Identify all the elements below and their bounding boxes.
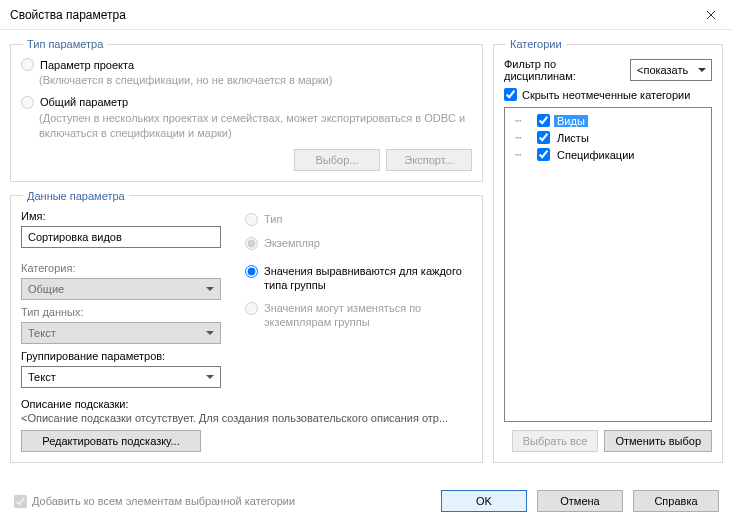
categories-legend: Категории xyxy=(506,38,566,50)
titlebar: Свойства параметра xyxy=(0,0,733,30)
tree-checkbox[interactable] xyxy=(537,148,550,161)
align-byinstance-option[interactable]: Значения могут изменяться по экземплярам… xyxy=(245,301,472,330)
add-to-all-label: Добавить ко всем элементам выбранной кат… xyxy=(32,495,295,507)
filter-select[interactable]: <показать xyxy=(630,59,712,81)
add-to-all-option[interactable]: Добавить ко всем элементам выбранной кат… xyxy=(14,495,295,508)
window-title: Свойства параметра xyxy=(10,8,688,22)
group-label: Группирование параметров: xyxy=(21,350,221,362)
select-button[interactable]: Выбор... xyxy=(294,149,380,171)
shared-param-option[interactable]: Общий параметр xyxy=(21,96,472,109)
categories-tree[interactable]: ⋯ Виды ⋯ Листы ⋯ Спецификации xyxy=(504,107,712,422)
deselect-all-button[interactable]: Отменить выбор xyxy=(604,430,712,452)
tree-label[interactable]: Спецификации xyxy=(554,149,637,161)
hide-unchecked-option[interactable]: Скрыть неотмеченные категории xyxy=(504,88,712,101)
tree-label[interactable]: Виды xyxy=(554,115,588,127)
export-button[interactable]: Экспорт... xyxy=(386,149,472,171)
shared-param-hint: (Доступен в нескольких проектах и семейс… xyxy=(39,111,472,141)
param-type-group: Тип параметра Параметр проекта (Включает… xyxy=(10,38,483,182)
discipline-label: Категория: xyxy=(21,262,221,274)
datatype-label: Тип данных: xyxy=(21,306,221,318)
param-type-legend: Тип параметра xyxy=(23,38,107,50)
align-bygroup-label: Значения выравниваются для каждого типа … xyxy=(264,264,472,293)
datatype-select[interactable]: Текст xyxy=(21,322,221,344)
tree-item[interactable]: ⋯ Спецификации xyxy=(507,146,709,163)
group-select[interactable]: Текст xyxy=(21,366,221,388)
shared-param-label: Общий параметр xyxy=(40,96,128,108)
project-param-label: Параметр проекта xyxy=(40,59,134,71)
filter-label: Фильтр по дисциплинам: xyxy=(504,58,624,82)
tree-item[interactable]: ⋯ Листы xyxy=(507,129,709,146)
instance-label: Экземпляр xyxy=(264,236,320,250)
align-byinstance-label: Значения могут изменяться по экземплярам… xyxy=(264,301,472,330)
project-param-radio[interactable] xyxy=(21,58,34,71)
select-all-button[interactable]: Выбрать все xyxy=(512,430,599,452)
tree-checkbox[interactable] xyxy=(537,131,550,144)
hide-unchecked-checkbox[interactable] xyxy=(504,88,517,101)
tree-connector-icon: ⋯ xyxy=(515,114,533,127)
add-to-all-checkbox[interactable] xyxy=(14,495,27,508)
close-button[interactable] xyxy=(688,0,733,30)
name-input[interactable] xyxy=(21,226,221,248)
instance-option[interactable]: Экземпляр xyxy=(245,236,472,250)
help-button[interactable]: Справка xyxy=(633,490,719,512)
tree-connector-icon: ⋯ xyxy=(515,131,533,144)
hide-unchecked-label: Скрыть неотмеченные категории xyxy=(522,89,690,101)
name-label: Имя: xyxy=(21,210,221,222)
param-data-group: Данные параметра Имя: Тип Экземпляр xyxy=(10,190,483,464)
instance-radio[interactable] xyxy=(245,237,258,250)
tree-label[interactable]: Листы xyxy=(554,132,592,144)
align-bygroup-option[interactable]: Значения выравниваются для каждого типа … xyxy=(245,264,472,293)
type-option[interactable]: Тип xyxy=(245,212,472,226)
param-data-legend: Данные параметра xyxy=(23,190,129,202)
tooltip-desc: <Описание подсказки отсутствует. Для соз… xyxy=(21,412,472,424)
tree-connector-icon: ⋯ xyxy=(515,148,533,161)
close-icon xyxy=(706,10,716,20)
shared-param-radio[interactable] xyxy=(21,96,34,109)
discipline-select[interactable]: Общие xyxy=(21,278,221,300)
tooltip-label: Описание подсказки: xyxy=(21,398,472,410)
tree-item[interactable]: ⋯ Виды xyxy=(507,112,709,129)
edit-tooltip-button[interactable]: Редактировать подсказку... xyxy=(21,430,201,452)
type-label: Тип xyxy=(264,212,282,226)
project-param-option[interactable]: Параметр проекта xyxy=(21,58,472,71)
align-byinstance-radio[interactable] xyxy=(245,302,258,315)
align-bygroup-radio[interactable] xyxy=(245,265,258,278)
categories-group: Категории Фильтр по дисциплинам: <показа… xyxy=(493,38,723,463)
cancel-button[interactable]: Отмена xyxy=(537,490,623,512)
ok-button[interactable]: OK xyxy=(441,490,527,512)
type-radio[interactable] xyxy=(245,213,258,226)
project-param-hint: (Включается в спецификации, но не включа… xyxy=(39,73,472,88)
tree-checkbox[interactable] xyxy=(537,114,550,127)
